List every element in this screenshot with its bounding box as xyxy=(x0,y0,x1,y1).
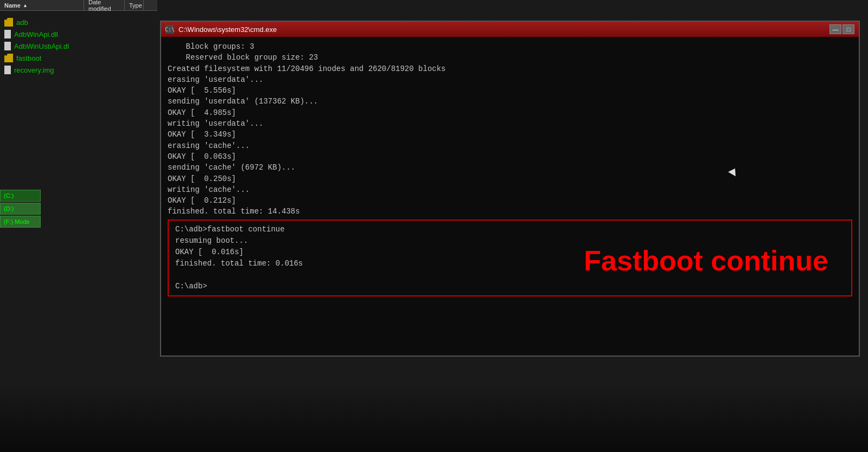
cmd-titlebar: C:\ C:\Windows\system32\cmd.exe — □ xyxy=(161,22,859,37)
cmd-lower-output: C:\adb>fastboot continue resuming boot..… xyxy=(169,221,851,295)
file-list: adbAdbWinApi.dllAdbWinUsbApi.dlfastbootr… xyxy=(0,12,157,76)
folder-icon xyxy=(4,18,13,27)
cmd-title: C:\Windows\system32\cmd.exe xyxy=(178,25,829,34)
cmd-highlight-section: C:\adb>fastboot continue resuming boot..… xyxy=(168,219,852,296)
cmd-window: C:\ C:\Windows\system32\cmd.exe — □ Bloc… xyxy=(160,21,860,357)
minimize-button[interactable]: — xyxy=(829,24,841,34)
cmd-content: Block groups: 3 Reserved block group siz… xyxy=(161,37,859,356)
col-type[interactable]: Type xyxy=(125,0,144,10)
file-name: AdbWinApi.dll xyxy=(14,30,58,38)
file-name: fastboot xyxy=(16,54,41,62)
col-name[interactable]: Name ▲ xyxy=(0,0,84,10)
cmd-lower-text: C:\adb>fastboot continue resuming boot..… xyxy=(175,224,303,292)
drive-panel[interactable]: (D:) xyxy=(0,203,41,215)
bottom-area xyxy=(0,382,868,452)
file-name: adb xyxy=(16,18,28,27)
drive-panel[interactable]: (C:) xyxy=(0,190,41,202)
cmd-icon: C:\ xyxy=(165,25,174,34)
file-item[interactable]: AdbWinUsbApi.dl xyxy=(0,40,157,52)
col-date[interactable]: Date modified xyxy=(84,0,125,10)
file-item[interactable]: AdbWinApi.dll xyxy=(0,28,157,40)
file-name: recovery.img xyxy=(14,66,54,74)
maximize-button[interactable]: □ xyxy=(843,24,854,34)
file-item[interactable]: adb xyxy=(0,16,157,28)
file-name: AdbWinUsbApi.dl xyxy=(14,42,69,50)
drive-panel[interactable]: (F:) Mode xyxy=(0,216,41,228)
folder-icon xyxy=(4,54,13,62)
cmd-upper-output: Block groups: 3 Reserved block group siz… xyxy=(168,41,852,217)
file-item[interactable]: fastboot xyxy=(0,52,157,64)
file-icon xyxy=(4,30,11,38)
file-icon xyxy=(4,42,11,50)
cmd-window-controls: — □ xyxy=(829,24,854,34)
file-icon xyxy=(4,66,11,74)
drive-panels: (C:)(D:)(F:) Mode xyxy=(0,190,41,229)
file-item[interactable]: recovery.img xyxy=(0,64,157,76)
fastboot-continue-label: Fastboot continue xyxy=(584,241,845,275)
explorer-header: Name ▲ Date modified Type xyxy=(0,0,157,11)
